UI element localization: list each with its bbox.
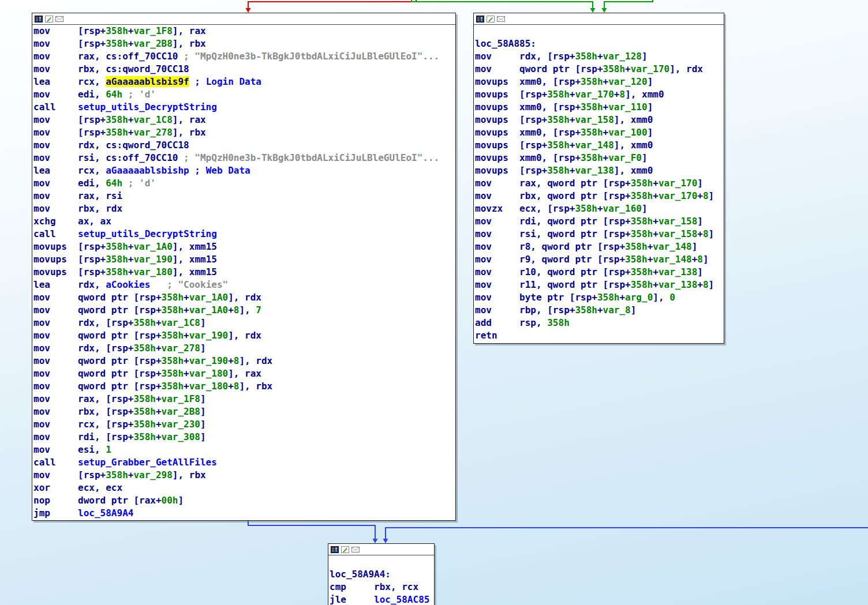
asm-line[interactable]: mov rax, qword ptr [rsp+358h+var_170] <box>475 177 724 190</box>
asm-line[interactable]: mov rax, cs:off_70CC10 ; "MpQzH0ne3b-TkB… <box>33 50 455 63</box>
asm-line[interactable]: lea rcx, aGaaaaablsbishp ; Web Data <box>33 164 455 177</box>
asm-line[interactable]: mov rdi, qword ptr [rsp+358h+var_158] <box>475 215 724 228</box>
envelope-icon[interactable] <box>496 15 505 22</box>
asm-line[interactable]: xor ecx, ecx <box>33 482 455 494</box>
asm-line[interactable]: movups xmm0, [rsp+358h+var_110] <box>475 101 724 114</box>
asm-line[interactable]: mov esi, 1 <box>33 444 455 456</box>
asm-token: + <box>597 51 603 62</box>
asm-token: + <box>648 254 653 265</box>
asm-token: mov rbx, rdx <box>33 203 122 214</box>
asm-line[interactable]: jle loc_58AC85 <box>330 593 434 605</box>
asm-token: ], xmm15 <box>173 254 217 265</box>
asm-token: movups [rsp+ <box>33 241 106 252</box>
envelope-icon[interactable] <box>55 15 63 22</box>
envelope-icon[interactable] <box>351 546 360 553</box>
asm-token: ] <box>178 495 184 506</box>
palette-icon[interactable] <box>330 546 339 553</box>
asm-line[interactable]: lea rdx, aCookies ; "Cookies" <box>33 279 455 291</box>
asm-line[interactable]: mov qword ptr [rsp+358h+var_190+8], rdx <box>33 355 455 367</box>
asm-line[interactable]: mov rdx, [rsp+358h+var_278] <box>33 342 455 355</box>
asm-token: + <box>228 355 234 366</box>
node-body: mov [rsp+358h+var_1F8], raxmov [rsp+358h… <box>32 25 455 520</box>
asm-line[interactable]: mov [rsp+358h+var_1C8], rax <box>33 114 455 126</box>
asm-line[interactable]: call setup_Grabber_GetAllFiles <box>33 456 455 469</box>
asm-line[interactable]: movups xmm0, [rsp+358h+var_120] <box>475 76 724 88</box>
asm-line[interactable]: movups [rsp+358h+var_170+8], xmm0 <box>475 88 724 101</box>
asm-line[interactable]: mov qword ptr [rsp+358h+var_170], rdx <box>475 63 724 76</box>
asm-token: ], rax <box>173 25 206 36</box>
asm-line[interactable]: retn <box>475 329 724 342</box>
asm-line[interactable] <box>475 25 724 37</box>
asm-token: var_170 <box>631 63 669 74</box>
asm-token: movups [rsp+ <box>33 266 106 277</box>
basic-block-loc-58A9A4[interactable]: loc_58A9A4:cmp rbx, rcxjle loc_58AC85 <box>328 543 435 605</box>
asm-line[interactable]: call setup_utils_DecryptString <box>33 101 455 114</box>
asm-token: var_158 <box>659 216 697 227</box>
asm-line[interactable]: movzx ecx, [rsp+358h+var_160] <box>475 202 724 215</box>
asm-token: 358h <box>162 368 184 379</box>
asm-line[interactable]: mov r11, qword ptr [rsp+358h+var_138+8] <box>475 279 724 291</box>
asm-line[interactable]: mov rbx, rdx <box>33 202 455 215</box>
asm-line[interactable]: add rsp, 358h <box>475 317 724 329</box>
asm-line[interactable]: mov rbx, cs:qword_70CC18 <box>33 63 455 76</box>
asm-line[interactable]: movups xmm0, [rsp+358h+var_100] <box>475 126 724 139</box>
asm-line[interactable]: xchg ax, ax <box>33 215 455 228</box>
asm-line[interactable]: mov [rsp+358h+var_1F8], rax <box>33 25 455 37</box>
node-titlebar[interactable] <box>328 544 434 555</box>
asm-line[interactable]: movups [rsp+358h+var_180], xmm15 <box>33 266 455 279</box>
asm-line[interactable]: mov rbx, [rsp+358h+var_2B8] <box>33 405 455 418</box>
asm-line[interactable]: mov rbp, [rsp+358h+var_8] <box>475 304 724 317</box>
asm-line[interactable]: mov rbx, qword ptr [rsp+358h+var_170+8] <box>475 190 724 202</box>
asm-line[interactable] <box>330 555 434 568</box>
asm-line[interactable]: mov byte ptr [rsp+358h+arg_0], 0 <box>475 291 724 304</box>
asm-token: xor ecx, ecx <box>33 482 122 493</box>
asm-line[interactable]: mov qword ptr [rsp+358h+var_180+8], rbx <box>33 380 455 393</box>
palette-icon[interactable] <box>34 15 43 22</box>
asm-line[interactable]: nop dword ptr [rax+00h] <box>33 494 455 507</box>
asm-line[interactable]: mov [rsp+358h+var_298], rbx <box>33 469 455 482</box>
asm-line[interactable]: movups [rsp+358h+var_138], xmm0 <box>475 164 724 177</box>
asm-token: 8 <box>234 381 240 392</box>
asm-line[interactable]: mov rax, rsi <box>33 190 455 202</box>
node-titlebar[interactable] <box>474 13 724 25</box>
asm-line[interactable]: movups [rsp+358h+var_158], xmm0 <box>475 114 724 126</box>
asm-line[interactable]: movups [rsp+358h+var_1A0], xmm15 <box>33 241 455 253</box>
asm-token: ] <box>709 190 714 201</box>
asm-line[interactable]: mov rdx, [rsp+358h+var_1C8] <box>33 317 455 329</box>
asm-line[interactable]: mov r9, qword ptr [rsp+358h+var_148+8] <box>475 253 724 266</box>
asm-line[interactable]: mov rdx, [rsp+358h+var_128] <box>475 50 724 63</box>
pencil-icon[interactable] <box>44 15 53 22</box>
asm-line[interactable]: mov rdi, [rsp+358h+var_308] <box>33 431 455 444</box>
asm-line[interactable]: movups [rsp+358h+var_148], xmm0 <box>475 139 724 152</box>
asm-line[interactable]: movups xmm0, [rsp+358h+var_F0] <box>475 152 724 164</box>
pencil-icon[interactable] <box>486 15 495 22</box>
asm-line[interactable]: mov qword ptr [rsp+358h+var_180], rax <box>33 367 455 380</box>
asm-line[interactable]: mov rax, [rsp+358h+var_1F8] <box>33 393 455 405</box>
pencil-icon[interactable] <box>341 546 349 553</box>
basic-block-entry[interactable]: mov [rsp+358h+var_1F8], raxmov [rsp+358h… <box>32 13 456 521</box>
asm-line[interactable]: mov qword ptr [rsp+358h+var_1A0+8], 7 <box>33 304 455 317</box>
asm-line[interactable]: jmp loc_58A9A4 <box>33 507 455 520</box>
asm-line[interactable]: mov [rsp+358h+var_278], rbx <box>33 126 455 139</box>
asm-line[interactable]: movups [rsp+358h+var_190], xmm15 <box>33 253 455 266</box>
asm-line[interactable]: mov rcx, [rsp+358h+var_230] <box>33 418 455 431</box>
asm-line[interactable]: mov qword ptr [rsp+358h+var_1A0], rdx <box>33 291 455 304</box>
asm-line[interactable]: mov qword ptr [rsp+358h+var_190], rdx <box>33 329 455 342</box>
node-titlebar[interactable] <box>32 13 455 25</box>
asm-line[interactable]: mov rsi, qword ptr [rsp+358h+var_158+8] <box>475 228 724 241</box>
asm-line[interactable]: cmp rbx, rcx <box>330 581 434 593</box>
graph-view-canvas[interactable]: mov [rsp+358h+var_1F8], raxmov [rsp+358h… <box>0 0 868 605</box>
asm-line[interactable]: mov edi, 64h ; 'd' <box>33 177 455 190</box>
asm-line[interactable]: mov rdx, cs:qword_70CC18 <box>33 139 455 152</box>
asm-line[interactable]: mov r8, qword ptr [rsp+358h+var_148] <box>475 241 724 253</box>
asm-line[interactable]: mov [rsp+358h+var_2B8], rbx <box>33 37 455 50</box>
asm-line[interactable]: mov rsi, cs:off_70CC10 ; "MpQzH0ne3b-TkB… <box>33 152 455 164</box>
asm-line[interactable]: loc_58A9A4: <box>330 568 434 581</box>
asm-line[interactable]: loc_58A885: <box>475 37 724 50</box>
asm-line[interactable]: mov edi, 64h ; 'd' <box>33 88 455 101</box>
basic-block-loc-58A885[interactable]: loc_58A885:mov rdx, [rsp+358h+var_128]mo… <box>473 13 724 344</box>
palette-icon[interactable] <box>476 15 484 22</box>
asm-line[interactable]: call setup_utils_DecryptString <box>33 228 455 241</box>
asm-line[interactable]: lea rcx, aGaaaaablsbis9f ; Login Data <box>33 76 455 88</box>
asm-line[interactable]: mov r10, qword ptr [rsp+358h+var_138] <box>475 266 724 279</box>
